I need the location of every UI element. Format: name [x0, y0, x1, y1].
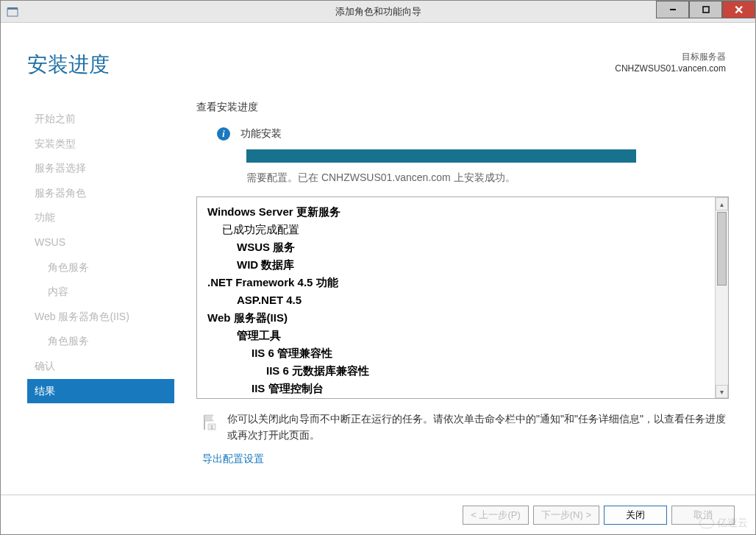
result-line: .NET Framework 4.5 功能	[207, 274, 718, 291]
window-controls: ✕	[656, 1, 755, 22]
nav-server-roles: 服务器角色	[27, 181, 174, 206]
result-line: 已成功完成配置	[207, 221, 718, 238]
titlebar: 添加角色和功能向导 ✕	[1, 1, 755, 23]
cancel-button: 取消	[671, 506, 735, 525]
export-config-link[interactable]: 导出配置设置	[196, 453, 729, 466]
scroll-thumb[interactable]	[717, 212, 727, 286]
destination-server: 目标服务器 CNHZWSUS01.vancen.com	[615, 51, 726, 74]
svg-rect-3	[703, 7, 709, 13]
nav-install-type: 安装类型	[27, 132, 174, 157]
nav-wsus: WSUS	[27, 230, 174, 255]
info-icon: i	[217, 127, 230, 141]
result-line: Windows Server 更新服务	[207, 203, 718, 221]
svg-rect-1	[7, 7, 18, 10]
result-line: IIS 6 元数据库兼容性	[207, 362, 718, 380]
dest-label: 目标服务器	[615, 51, 726, 63]
note-text: 你可以关闭此向导而不中断正在运行的任务。请依次单击命令栏中的"通知"和"任务详细…	[227, 411, 729, 444]
flag-icon: 1	[202, 414, 217, 430]
scroll-down-button[interactable]: ▾	[716, 385, 728, 398]
status-message: 需要配置。已在 CNHZWSUS01.vancen.com 上安装成功。	[196, 171, 729, 185]
nav-before-you-begin: 开始之前	[27, 107, 174, 132]
maximize-button[interactable]	[689, 1, 722, 18]
window-title: 添加角色和功能向导	[335, 5, 421, 18]
nav-results[interactable]: 结果	[27, 379, 174, 404]
dest-name: CNHZWSUS01.vancen.com	[615, 63, 726, 74]
result-line: 管理工具	[207, 327, 718, 344]
minimize-button[interactable]	[656, 1, 689, 18]
result-line: ASP.NET 4.5	[207, 291, 718, 309]
close-icon: ✕	[734, 3, 743, 17]
result-line: IIS 管理控制台	[207, 380, 718, 397]
footer: < 上一步(P) 下一步(N) > 关闭 取消	[1, 495, 755, 534]
svg-text:1: 1	[210, 425, 213, 430]
content: 安装进度 目标服务器 CNHZWSUS01.vancen.com 开始之前 安装…	[1, 23, 755, 534]
status-label: 功能安装	[240, 127, 282, 141]
next-button: 下一步(N) >	[533, 506, 599, 525]
nav-web-server-iis: Web 服务器角色(IIS)	[27, 305, 174, 330]
close-button[interactable]: ✕	[722, 1, 755, 18]
nav-confirmation: 确认	[27, 354, 174, 379]
close-wizard-button[interactable]: 关闭	[604, 506, 667, 525]
main-panel: 查看安装进度 i 功能安装 需要配置。已在 CNHZWSUS01.vancen.…	[174, 101, 729, 466]
section-title: 查看安装进度	[196, 101, 729, 114]
results-box: Windows Server 更新服务 已成功完成配置 WSUS 服务 WID …	[196, 196, 729, 399]
scroll-up-button[interactable]: ▴	[716, 197, 728, 210]
nav-server-selection: 服务器选择	[27, 156, 174, 181]
result-line: WID 数据库	[207, 256, 718, 274]
nav-features: 功能	[27, 205, 174, 230]
note-row: 1 你可以关闭此向导而不中断正在运行的任务。请依次单击命令栏中的"通知"和"任务…	[196, 411, 729, 444]
svg-rect-0	[7, 9, 18, 16]
page-heading: 安装进度	[27, 51, 110, 79]
progress-bar	[246, 149, 636, 163]
sidebar: 开始之前 安装类型 服务器选择 服务器角色 功能 WSUS 角色服务 内容 We…	[27, 101, 174, 466]
results-list: Windows Server 更新服务 已成功完成配置 WSUS 服务 WID …	[197, 197, 728, 399]
app-icon	[7, 6, 18, 18]
header: 安装进度 目标服务器 CNHZWSUS01.vancen.com	[1, 23, 755, 86]
result-line: WSUS 服务	[207, 238, 718, 256]
result-line: IIS 6 管理兼容性	[207, 344, 718, 362]
result-line: Web 服务器(IIS)	[207, 309, 718, 327]
nav-role-services-1: 角色服务	[27, 255, 174, 280]
scrollbar[interactable]: ▴ ▾	[715, 197, 728, 398]
status-row: i 功能安装	[196, 127, 729, 141]
body: 开始之前 安装类型 服务器选择 服务器角色 功能 WSUS 角色服务 内容 We…	[1, 86, 755, 466]
prev-button: < 上一步(P)	[463, 506, 529, 525]
nav-role-services-2: 角色服务	[27, 329, 174, 354]
nav-content: 内容	[27, 280, 174, 305]
